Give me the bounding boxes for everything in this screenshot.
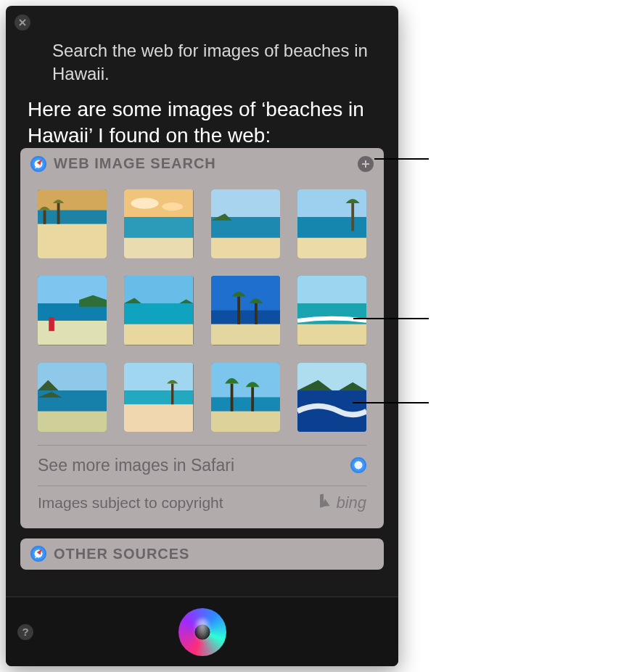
image-result[interactable] [211,276,280,345]
bing-logo-icon: bing [318,493,366,512]
card-title: OTHER SOURCES [54,546,374,562]
image-result[interactable] [297,276,366,345]
svg-rect-12 [211,189,280,217]
svg-rect-24 [124,324,193,345]
close-icon [19,19,26,26]
callout-line [353,402,429,403]
svg-rect-36 [124,404,193,432]
svg-rect-39 [211,411,280,432]
svg-rect-14 [211,238,280,259]
see-more-link[interactable]: See more images in Safari [20,446,384,485]
other-sources-card: OTHER SOURCES [20,538,384,570]
image-result[interactable] [297,189,366,258]
image-result[interactable] [211,189,280,258]
plus-icon [361,160,370,168]
svg-rect-28 [297,276,366,303]
siri-panel: Search the web for images of beaches in … [6,6,398,666]
image-result[interactable] [124,189,193,258]
svg-rect-26 [211,311,280,324]
image-result[interactable] [124,276,193,345]
pin-result-button[interactable] [358,156,374,172]
results-area: WEB IMAGE SEARCH [20,148,384,597]
svg-rect-9 [124,238,193,259]
svg-rect-38 [211,397,280,411]
safari-icon [30,156,46,172]
siri-orb-icon[interactable] [178,608,226,656]
svg-rect-20 [38,321,107,345]
image-grid [20,179,384,445]
svg-rect-27 [211,324,280,345]
close-button[interactable] [15,15,30,30]
svg-rect-25 [211,276,280,311]
card-header: OTHER SOURCES [20,538,384,570]
card-header: WEB IMAGE SEARCH [20,148,384,179]
user-query: Search the web for images of beaches in … [6,6,398,94]
web-image-search-card: WEB IMAGE SEARCH [20,148,384,528]
safari-icon [30,546,46,562]
image-result[interactable] [211,363,280,432]
svg-rect-30 [297,324,366,345]
image-result[interactable] [38,276,107,345]
svg-rect-21 [49,317,54,331]
see-more-label: See more images in Safari [38,456,343,475]
svg-rect-34 [124,363,193,390]
image-result[interactable] [124,363,193,432]
bottom-bar: ? [6,597,398,666]
svg-point-11 [163,202,184,210]
copyright-row: Images subject to copyright bing [20,486,384,528]
svg-rect-6 [38,224,107,259]
copyright-label: Images subject to copyright [38,494,318,512]
svg-point-10 [131,197,159,208]
svg-rect-23 [124,303,193,324]
image-result[interactable] [38,189,107,258]
svg-rect-16 [297,217,366,238]
callout-line [374,158,429,160]
help-button[interactable]: ? [17,624,33,640]
svg-rect-33 [38,411,107,432]
svg-rect-37 [211,363,280,398]
card-title: WEB IMAGE SEARCH [54,155,350,172]
svg-rect-17 [297,238,366,259]
svg-rect-35 [124,390,193,404]
image-result[interactable] [297,363,366,432]
image-result[interactable] [38,363,107,432]
safari-icon [350,457,366,473]
provider-name: bing [336,493,366,512]
svg-rect-8 [124,217,193,238]
callout-line [353,318,429,319]
